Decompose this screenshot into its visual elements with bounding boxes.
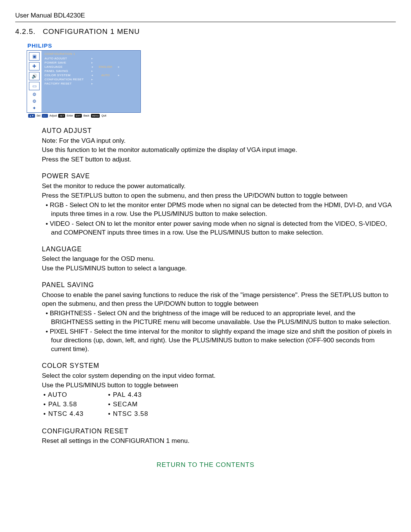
color-system-p1: Select the color system depending on the…	[42, 372, 396, 380]
pip-icon: ▭	[29, 82, 40, 90]
header-rule	[15, 22, 396, 22]
doc-header: User Manual BDL4230E	[15, 11, 396, 20]
panel-saving-p1: Choose to enable the panel saving functi…	[42, 291, 396, 308]
return-to-contents-link[interactable]: RETURN TO THE CONTENTS	[156, 461, 254, 468]
power-save-b2: VIDEO - Select ON to let the monitor ent…	[46, 220, 396, 237]
power-save-list: RGB - Select ON to let the monitor enter…	[46, 201, 396, 237]
osd-row: CONFIGURATION RESET▸	[45, 78, 138, 82]
osd-screenshot: PHILIPS ▣ ✚ 🔊 ▭ ⚙ ⚙ ✦ CONFIGURATION 1 AU…	[27, 42, 396, 119]
section-heading: 4.2.5. CONFIGURATION 1 MENU	[15, 27, 396, 37]
adj-pill: + −	[42, 114, 48, 118]
language-p1: Select the language for the OSD menu.	[42, 255, 396, 264]
section-number: 4.2.5.	[15, 27, 36, 35]
cs-opt: AUTO	[43, 391, 107, 399]
power-save-heading: POWER SAVE	[42, 172, 396, 181]
auto-adjust-p1: Use this function to let the monitor aut…	[42, 146, 396, 155]
config2-icon: ⚙	[29, 99, 40, 104]
osd-row: LANGUAGE◂ENGLISH▸	[45, 65, 138, 69]
config-reset-heading: CONFIGURATION RESET	[42, 427, 396, 436]
osd-row: POWER SAVE▸	[45, 61, 138, 65]
screen-icon: ✚	[29, 62, 40, 70]
auto-adjust-p2: Press the SET button to adjust.	[42, 155, 396, 164]
color-system-heading: COLOR SYSTEM	[42, 361, 396, 371]
return-link-container: RETURN TO THE CONTENTS	[15, 461, 396, 470]
osd-row: FACTORY RESET▸	[45, 82, 138, 86]
brand-logo: PHILIPS	[27, 42, 396, 50]
cs-opt: PAL 3.58	[43, 400, 107, 409]
panel-saving-list: BRIGHTNESS - Select ON and the brightnes…	[46, 309, 396, 354]
config1-icon: ⚙	[29, 92, 40, 97]
osd-row: COLOR SYSTEM◂AUTO▸	[45, 73, 138, 78]
osd-icon-column: ▣ ✚ 🔊 ▭ ⚙ ⚙ ✦	[27, 51, 41, 112]
cs-opt: SECAM	[108, 400, 171, 409]
menu-pill: MENU	[91, 114, 100, 118]
content-body: AUTO ADJUST Note: For the VGA input only…	[42, 126, 396, 446]
language-heading: LANGUAGE	[42, 245, 396, 254]
osd-row: AUTO ADJUST▸	[45, 57, 138, 61]
sel-pill: ▲▼	[28, 114, 35, 118]
audio-icon: 🔊	[29, 72, 40, 80]
exit-pill: EXIT	[75, 114, 82, 118]
set-pill: SET	[58, 114, 65, 118]
cs-opt: PAL 4.43	[108, 391, 171, 399]
cs-opt: NTSC 3.58	[108, 410, 171, 419]
section-title: CONFIGURATION 1 MENU	[43, 27, 140, 35]
power-save-b1: RGB - Select ON to let the monitor enter…	[46, 201, 396, 219]
language-p2: Use the PLUS/MINUS button to select a la…	[42, 264, 396, 273]
osd-panel: ▣ ✚ 🔊 ▭ ⚙ ⚙ ✦ CONFIGURATION 1 AUTO ADJUS…	[27, 50, 141, 113]
config-reset-p1: Reset all settings in the CONFIGURATION …	[42, 437, 396, 446]
color-system-p2: Use the PLUS/MINUS button to toggle betw…	[42, 381, 396, 390]
auto-adjust-heading: AUTO ADJUST	[42, 126, 396, 136]
doc-title: User Manual BDL4230E	[15, 11, 85, 20]
color-system-options: AUTO PAL 3.58 NTSC 4.43 PAL 4.43 SECAM N…	[42, 391, 396, 419]
osd-main: CONFIGURATION 1 AUTO ADJUST▸ POWER SAVE▸…	[41, 51, 140, 112]
osd-title: CONFIGURATION 1	[45, 52, 138, 56]
cs-opt: NTSC 4.43	[43, 410, 107, 419]
advanced-icon: ✦	[29, 105, 40, 111]
power-save-p1: Set the monitor to reduce the power auto…	[42, 182, 396, 191]
power-save-p2: Press the SET/PLUS button to open the su…	[42, 192, 396, 200]
auto-adjust-note: Note: For the VGA input only.	[42, 137, 396, 145]
panel-saving-heading: PANEL SAVING	[42, 281, 396, 290]
panel-saving-b1: BRIGHTNESS - Select ON and the brightnes…	[46, 309, 396, 327]
panel-saving-b2: PIXEL SHIFT - Select the time interval f…	[46, 328, 396, 354]
picture-icon: ▣	[29, 52, 40, 61]
osd-legend: ▲▼ Sel + − Adjust SET Enter EXIT Back ME…	[27, 113, 141, 119]
osd-row: PANEL SAVING▸	[45, 69, 138, 73]
